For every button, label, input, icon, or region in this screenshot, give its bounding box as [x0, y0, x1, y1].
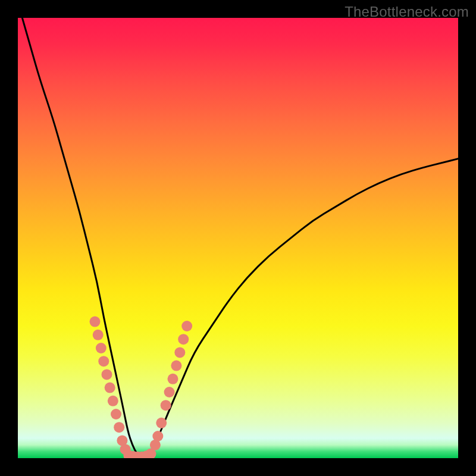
data-point-marker — [152, 431, 163, 441]
data-point-marker — [167, 374, 178, 384]
data-point-marker — [98, 356, 109, 367]
data-point-marker — [181, 321, 192, 331]
data-point-marker — [108, 396, 118, 406]
chart-frame: TheBottleneck.com — [0, 0, 476, 476]
data-point-marker — [174, 347, 185, 358]
chart-svg-layer — [18, 18, 458, 458]
plot-area — [18, 18, 458, 458]
data-point-marker — [156, 418, 167, 428]
data-point-marker — [90, 317, 101, 327]
curve-group — [22, 18, 458, 458]
bottleneck-curve-line — [22, 18, 458, 458]
data-point-marker — [111, 409, 121, 419]
data-point-marker — [101, 369, 112, 380]
data-point-marker — [96, 343, 107, 353]
data-point-marker — [171, 361, 181, 371]
data-point-marker — [161, 400, 171, 411]
data-point-marker — [164, 387, 175, 397]
markers-group — [90, 317, 193, 458]
data-point-marker — [105, 383, 115, 393]
data-point-marker — [114, 422, 124, 433]
data-point-marker — [178, 334, 189, 345]
data-point-marker — [93, 330, 104, 340]
watermark-text: TheBottleneck.com — [345, 4, 469, 20]
